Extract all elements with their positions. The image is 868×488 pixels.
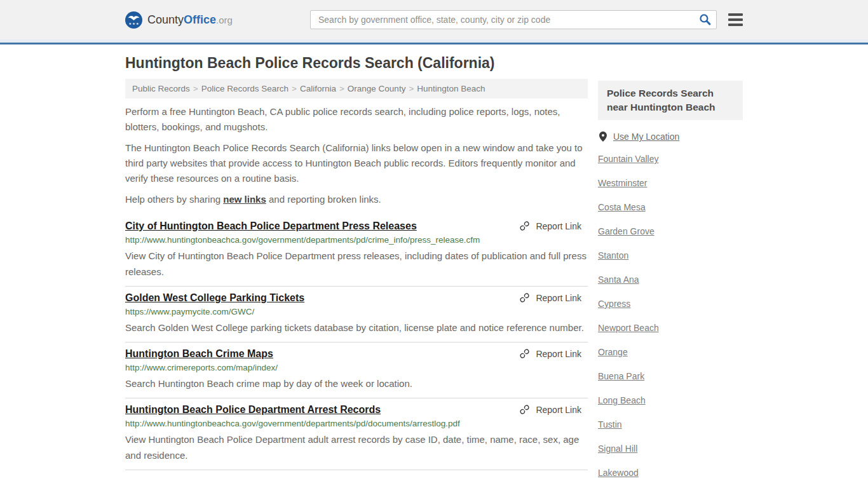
report-link-button[interactable]: Report Link — [519, 404, 588, 415]
search-icon — [698, 13, 712, 26]
listing-url: http://www.huntingtonbeachca.gov/governm… — [125, 419, 588, 428]
breadcrumb-california[interactable]: California — [300, 84, 336, 93]
help-prefix: Help others by sharing — [125, 194, 223, 205]
hamburger-menu-icon[interactable] — [728, 11, 743, 28]
site-header: ★ ★ ★ CountyOffice.org — [0, 0, 868, 44]
report-link-label: Report Link — [536, 221, 581, 231]
city-link-costa-mesa[interactable]: Costa Mesa — [598, 202, 646, 212]
intro-paragraph: The Huntington Beach Police Records Sear… — [125, 140, 588, 186]
list-item: Newport Beach — [598, 316, 743, 340]
broken-link-icon — [519, 348, 530, 359]
listing-description: Search Golden West College parking ticke… — [125, 320, 588, 336]
breadcrumb-huntington-beach[interactable]: Huntington Beach — [417, 84, 485, 93]
list-item: Orange — [598, 340, 743, 364]
nearby-city-list: Fountain Valley Westminster Costa Mesa G… — [598, 147, 743, 488]
report-link-label: Report Link — [536, 405, 581, 415]
sidebar-nearby-search: Police Records Search near Huntington Be… — [598, 44, 743, 488]
list-item: Long Beach — [598, 388, 743, 412]
report-link-label: Report Link — [536, 293, 581, 303]
list-item: Tustin — [598, 412, 743, 437]
list-item: Cerritos — [598, 485, 743, 488]
svg-text:★ ★ ★: ★ ★ ★ — [128, 22, 139, 25]
help-line: Help others by sharing new links and rep… — [125, 192, 588, 207]
listing-url: http://www.crimereports.com/map/index/ — [125, 363, 588, 372]
city-link-signal-hill[interactable]: Signal Hill — [598, 444, 637, 454]
logo-text-office: Office — [184, 13, 216, 26]
report-link-button[interactable]: Report Link — [519, 220, 588, 231]
listing-description: View City of Huntington Beach Police Dep… — [125, 248, 588, 280]
logo-text-county: County — [147, 13, 184, 26]
countyoffice-logo[interactable]: ★ ★ ★ CountyOffice.org — [125, 11, 233, 29]
listing-description: View Huntington Beach Police Department … — [125, 431, 588, 463]
city-link-cypress[interactable]: Cypress — [598, 299, 630, 309]
list-item: Stanton — [598, 243, 743, 268]
listing-item: City of Huntington Beach Police Departme… — [125, 215, 588, 287]
listing-title-link[interactable]: Huntington Beach Crime Maps — [125, 348, 273, 360]
list-item: Costa Mesa — [598, 195, 743, 219]
listing-item: Huntington Beach Crime Maps Report Link … — [125, 342, 588, 398]
list-item: Lakewood — [598, 461, 743, 485]
listing-title-link[interactable]: Golden West College Parking Tickets — [125, 292, 304, 304]
report-link-button[interactable]: Report Link — [519, 348, 588, 359]
list-item: Fountain Valley — [598, 147, 743, 171]
location-pin-icon — [599, 132, 607, 142]
city-link-westminster[interactable]: Westminster — [598, 178, 648, 188]
search-button[interactable] — [698, 13, 712, 26]
new-links-link[interactable]: new links — [223, 194, 266, 205]
breadcrumb-police-records-search[interactable]: Police Records Search — [201, 84, 288, 93]
city-link-fountain-valley[interactable]: Fountain Valley — [598, 154, 658, 164]
report-link-label: Report Link — [536, 349, 581, 359]
use-my-location-row: Use My Location — [598, 132, 743, 142]
city-link-buena-park[interactable]: Buena Park — [598, 371, 644, 381]
city-link-orange[interactable]: Orange — [598, 347, 628, 357]
report-link-button[interactable]: Report Link — [519, 292, 588, 303]
list-item: Santa Ana — [598, 268, 743, 292]
list-item: Garden Grove — [598, 219, 743, 243]
broken-link-icon — [519, 220, 530, 231]
breadcrumb-separator: > — [292, 84, 297, 93]
use-my-location-link[interactable]: Use My Location — [613, 132, 679, 142]
help-suffix: and reporting broken links. — [266, 194, 381, 205]
search-input[interactable] — [310, 10, 717, 29]
listing-title-link[interactable]: Huntington Beach Police Department Arres… — [125, 403, 381, 416]
city-link-newport-beach[interactable]: Newport Beach — [598, 323, 659, 333]
logo-wordmark: CountyOffice.org — [147, 13, 233, 27]
breadcrumb-separator: > — [193, 84, 198, 93]
city-link-long-beach[interactable]: Long Beach — [598, 395, 646, 405]
city-link-lakewood[interactable]: Lakewood — [598, 468, 639, 478]
list-item: Buena Park — [598, 364, 743, 388]
sidebar-title: Police Records Search near Huntington Be… — [598, 81, 743, 120]
main-content: Huntington Beach Police Records Search (… — [125, 44, 588, 488]
breadcrumb: Public Records>Police Records Search>Cal… — [125, 79, 588, 98]
listing-url: https://www.paymycite.com/GWC/ — [125, 307, 588, 316]
breadcrumb-separator: > — [409, 84, 414, 93]
broken-link-icon — [519, 404, 530, 415]
city-link-tustin[interactable]: Tustin — [598, 419, 622, 430]
city-link-santa-ana[interactable]: Santa Ana — [598, 274, 639, 285]
listing-description: Search Huntington Beach crime map by day… — [125, 376, 588, 391]
listing-url: http://www.huntingtonbeachca.gov/governm… — [125, 235, 588, 245]
breadcrumb-separator: > — [339, 84, 344, 93]
list-item: Westminster — [598, 171, 743, 195]
breadcrumb-public-records[interactable]: Public Records — [132, 84, 190, 93]
city-link-garden-grove[interactable]: Garden Grove — [598, 226, 654, 236]
listing-item: Golden West College Parking Tickets Repo… — [125, 287, 588, 342]
header-search — [310, 10, 717, 29]
breadcrumb-orange-county[interactable]: Orange County — [348, 84, 406, 93]
list-item: Cypress — [598, 292, 743, 316]
logo-text-org: .org — [216, 15, 233, 25]
city-link-stanton[interactable]: Stanton — [598, 250, 628, 261]
intro-paragraph: Perform a free Huntington Beach, CA publ… — [125, 104, 588, 135]
eagle-circle-icon: ★ ★ ★ — [125, 11, 142, 29]
broken-link-icon — [519, 292, 530, 303]
listing-item: Huntington Beach Police Department Arres… — [125, 398, 588, 470]
page-title: Huntington Beach Police Records Search (… — [125, 55, 588, 72]
list-item: Signal Hill — [598, 437, 743, 461]
listing-title-link[interactable]: City of Huntington Beach Police Departme… — [125, 220, 417, 232]
